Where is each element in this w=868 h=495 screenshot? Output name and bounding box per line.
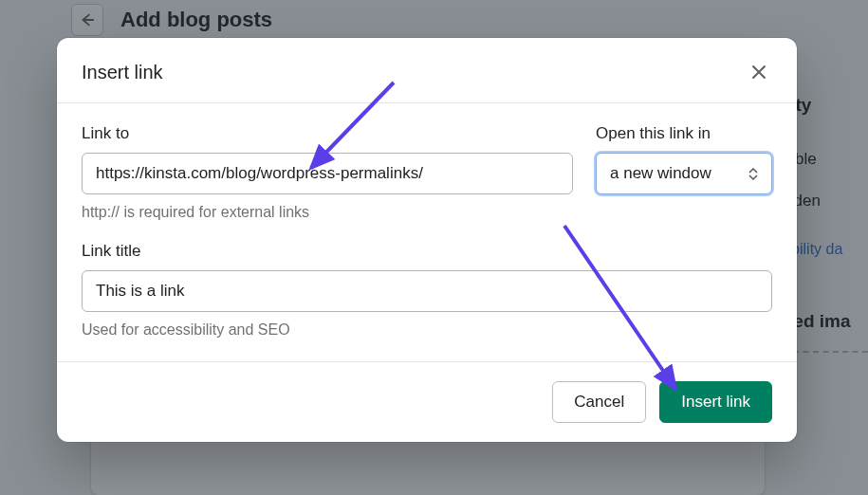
select-caret-icon [748,168,758,180]
insert-link-button[interactable]: Insert link [659,381,772,423]
link-title-input[interactable] [82,270,772,312]
modal-close-button[interactable] [746,59,772,85]
open-in-select[interactable]: a new window [596,153,772,194]
modal-title: Insert link [82,62,163,83]
modal-body: Link to http:// is required for external… [57,103,797,361]
link-title-help: Used for accessibility and SEO [82,321,772,339]
link-to-label: Link to [82,124,573,143]
link-title-field: Link title Used for accessibility and SE… [82,242,772,339]
link-to-input[interactable] [82,153,573,194]
insert-link-modal: Insert link Link to http:// is required … [57,38,797,442]
close-icon [749,63,768,82]
cancel-button[interactable]: Cancel [552,381,646,423]
open-in-field: Open this link in a new window [596,124,772,194]
open-in-label: Open this link in [596,124,772,143]
modal-header: Insert link [57,38,797,103]
link-to-field: Link to http:// is required for external… [82,124,573,221]
modal-footer: Cancel Insert link [57,361,797,442]
link-to-help: http:// is required for external links [82,204,573,221]
open-in-value: a new window [610,164,711,183]
link-title-label: Link title [82,242,772,261]
